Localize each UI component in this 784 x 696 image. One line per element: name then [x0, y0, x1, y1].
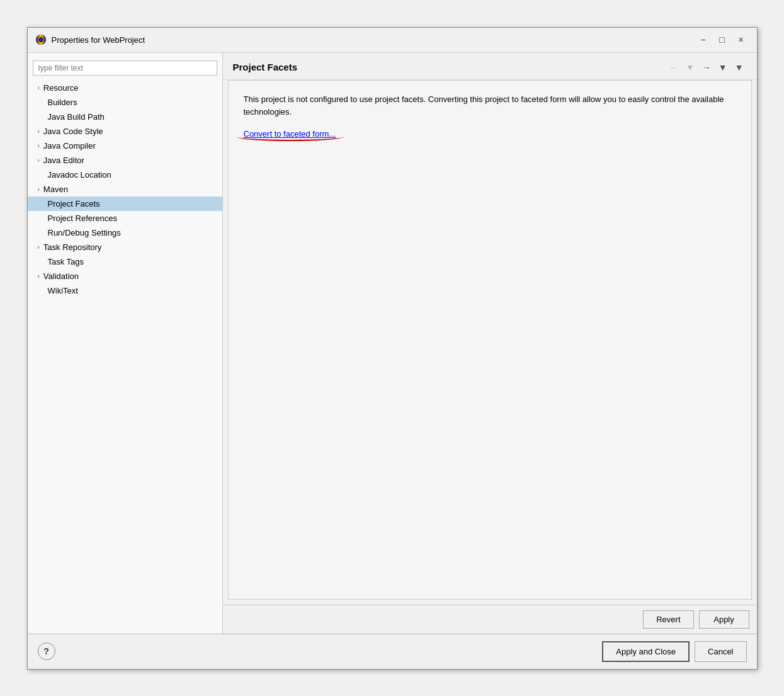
- sidebar-item-validation[interactable]: ›Validation: [28, 269, 222, 283]
- main-content: ›ResourceBuildersJava Build Path›Java Co…: [28, 53, 757, 634]
- forward-dropdown-button[interactable]: ▼: [715, 60, 730, 74]
- sidebar-item-project-facets[interactable]: Project Facets: [28, 197, 222, 211]
- nav-item-label: Validation: [43, 271, 79, 281]
- sidebar-item-project-references[interactable]: Project References: [28, 211, 222, 225]
- properties-dialog: Properties for WebProject − □ × ›Resourc…: [27, 27, 758, 670]
- eclipse-icon: [35, 34, 47, 45]
- back-dropdown-button[interactable]: ▼: [683, 60, 698, 74]
- forward-button[interactable]: →: [699, 60, 714, 74]
- sidebar-item-maven[interactable]: ›Maven: [28, 182, 222, 197]
- chevron-icon: ›: [38, 142, 40, 149]
- nav-item-label: Project References: [48, 214, 118, 223]
- nav-item-label: Java Editor: [43, 156, 84, 165]
- sidebar-item-resource[interactable]: ›Resource: [28, 81, 222, 95]
- panel-body: This project is not configured to use pr…: [228, 80, 752, 600]
- chevron-icon: ›: [38, 157, 40, 164]
- nav-item-label: WikiText: [48, 286, 78, 295]
- chevron-icon: ›: [38, 273, 40, 280]
- sidebar-item-javadoc-location[interactable]: Javadoc Location: [28, 168, 222, 182]
- title-bar: Properties for WebProject − □ ×: [28, 28, 757, 53]
- panel-nav-buttons: ← ▼ → ▼ ▼: [666, 60, 747, 74]
- description-text: This project is not configured to use pr…: [244, 93, 736, 120]
- nav-item-label: Task Tags: [48, 257, 84, 266]
- sidebar-item-java-compiler[interactable]: ›Java Compiler: [28, 139, 222, 153]
- footer: ? Apply and Close Cancel: [28, 634, 757, 669]
- apply-button[interactable]: Apply: [699, 610, 749, 629]
- sidebar-item-task-tags[interactable]: Task Tags: [28, 254, 222, 269]
- filter-input[interactable]: [33, 60, 217, 76]
- cancel-button[interactable]: Cancel: [695, 641, 746, 662]
- sidebar-item-wikitext[interactable]: WikiText: [28, 283, 222, 298]
- sidebar-item-builders[interactable]: Builders: [28, 95, 222, 110]
- nav-item-label: Run/Debug Settings: [48, 228, 121, 237]
- nav-item-label: Maven: [43, 185, 68, 194]
- convert-link[interactable]: Convert to faceted form...: [244, 129, 336, 139]
- right-panel: Project Facets ← ▼ → ▼ ▼ This project is…: [223, 53, 757, 634]
- maximize-button[interactable]: □: [714, 31, 730, 48]
- panel-header: Project Facets ← ▼ → ▼ ▼: [223, 53, 757, 80]
- view-menu-button[interactable]: ▼: [732, 60, 747, 74]
- nav-item-label: Project Facets: [48, 199, 100, 208]
- revert-button[interactable]: Revert: [643, 610, 693, 629]
- panel-title: Project Facets: [233, 62, 298, 72]
- sidebar-item-java-build-path[interactable]: Java Build Path: [28, 110, 222, 124]
- chevron-icon: ›: [38, 244, 40, 251]
- panel-bottom-buttons: Revert Apply: [223, 605, 757, 634]
- dialog-title: Properties for WebProject: [52, 35, 145, 45]
- sidebar: ›ResourceBuildersJava Build Path›Java Co…: [28, 53, 223, 634]
- chevron-icon: ›: [38, 186, 40, 193]
- back-button[interactable]: ←: [666, 60, 681, 74]
- footer-right: Apply and Close Cancel: [602, 641, 746, 662]
- sidebar-item-task-repository[interactable]: ›Task Repository: [28, 240, 222, 254]
- chevron-icon: ›: [38, 128, 40, 135]
- help-button[interactable]: ?: [38, 642, 55, 660]
- nav-item-label: Builders: [48, 98, 77, 107]
- sidebar-item-java-code-style[interactable]: ›Java Code Style: [28, 124, 222, 139]
- title-bar-left: Properties for WebProject: [35, 34, 145, 45]
- close-button[interactable]: ×: [733, 31, 749, 48]
- nav-item-label: Java Compiler: [43, 141, 96, 151]
- sidebar-item-java-editor[interactable]: ›Java Editor: [28, 153, 222, 168]
- svg-point-2: [38, 37, 43, 42]
- nav-item-label: Task Repository: [43, 242, 101, 252]
- minimize-button[interactable]: −: [695, 31, 712, 48]
- sidebar-item-run-debug-settings[interactable]: Run/Debug Settings: [28, 225, 222, 240]
- nav-item-label: Java Build Path: [48, 112, 105, 122]
- nav-items-container: ›ResourceBuildersJava Build Path›Java Co…: [28, 81, 222, 298]
- apply-and-close-button[interactable]: Apply and Close: [602, 641, 690, 662]
- nav-item-label: Resource: [43, 83, 79, 93]
- nav-item-label: Java Code Style: [43, 127, 103, 136]
- title-bar-buttons: − □ ×: [695, 31, 749, 48]
- chevron-icon: ›: [38, 84, 40, 91]
- nav-item-label: Javadoc Location: [48, 170, 111, 180]
